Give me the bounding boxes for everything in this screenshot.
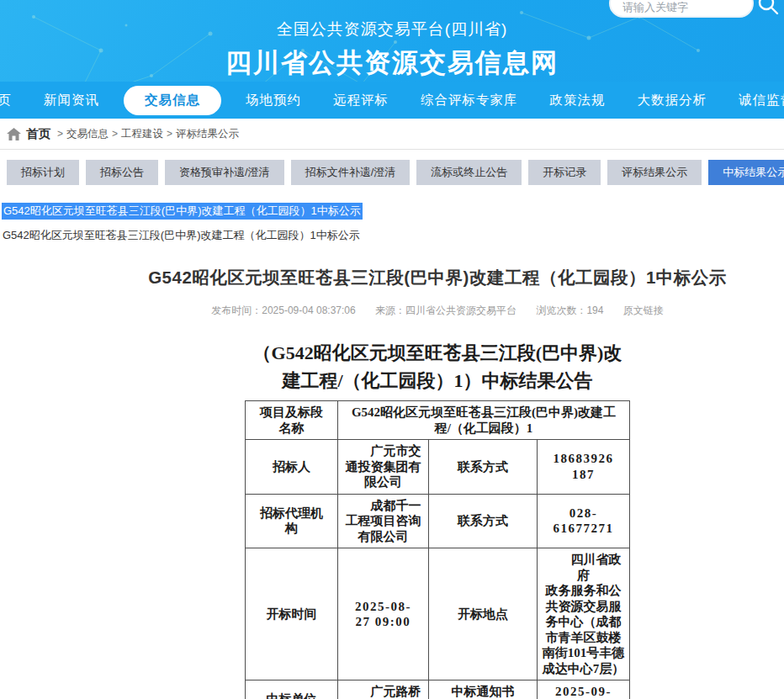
tab-failed-or-terminated[interactable]: 流标或终止公告 [416, 160, 522, 185]
nav-item-big-data[interactable]: 大数据分析 [638, 92, 707, 109]
tab-prequalification-addendum[interactable]: 资格预审补遗/澄清 [165, 160, 284, 185]
publish-time: 发布时间：2025-09-04 08:37:06 [211, 304, 355, 316]
site-title: 四川省公共资源交易信息网 [0, 45, 784, 81]
announcement-document: （G542昭化区元坝至旺苍县三江段(巴中界)改 建工程/（化工园段）1）中标结果… [0, 339, 784, 699]
table-row: 项目及标段 名称 G542昭化区元坝至旺苍县三江段(巴中界)改建工 程/（化工园… [245, 401, 629, 440]
platform-subtitle: 全国公共资源交易平台(四川省) [0, 19, 784, 40]
source: 来源：四川省公共资源交易平台 [375, 304, 516, 316]
cell-opening-place-label: 开标地点 [428, 548, 537, 680]
cell-project-name: G542昭化区元坝至旺苍县三江段(巴中界)改建工 程/（化工园段）1 [337, 401, 629, 440]
nav-item-home[interactable]: 首页 [0, 92, 12, 109]
original-link[interactable]: 原文链接 [623, 304, 664, 316]
tab-bid-opening-record[interactable]: 开标记录 [528, 160, 601, 185]
breadcrumb-engineering[interactable]: 工程建设 [121, 127, 163, 141]
search-input[interactable] [611, 0, 752, 16]
home-icon[interactable] [7, 128, 21, 140]
breadcrumb: 首页 > 交易信息 > 工程建设 > 评标结果公示 [0, 119, 784, 150]
cell-winner: 广元路桥 集团有限公司 [337, 680, 428, 699]
breadcrumb-separator: > [57, 128, 63, 140]
site-header: 全国公共资源交易平台(四川省) 四川省公共资源交易信息网 [0, 0, 784, 82]
cell-notice-date-label: 中标通知书 发出日期 [428, 680, 537, 699]
table-row: 开标时间 2025-08- 27 09:00 开标地点 四川省政府 政务服务和公… [245, 548, 629, 680]
nav-item-integrity[interactable]: 诚信监督 [739, 92, 784, 109]
cell-tenderee: 广元市交 通投资集团有 限公司 [337, 440, 428, 495]
tab-bid-plan[interactable]: 招标计划 [7, 160, 79, 185]
table-row: 招标代理机 构 成都千一 工程项目咨询 有限公司 联系方式 028- 61677… [245, 494, 629, 548]
cell-opening-place: 四川省政府 政务服务和公 共资源交易服 务中心（成都 市青羊区鼓楼 南街101号… [537, 548, 629, 680]
nav-item-policies[interactable]: 政策法规 [550, 92, 606, 109]
cell-opening-time: 2025-08- 27 09:00 [337, 548, 428, 680]
cell-opening-time-label: 开标时间 [245, 548, 337, 680]
nav-item-news[interactable]: 新闻资讯 [44, 92, 99, 109]
category-tabs: 招标计划 招标公告 资格预审补遗/澄清 招标文件补遗/澄清 流标或终止公告 开标… [0, 150, 784, 185]
nav-item-expert-pool[interactable]: 综合评标专家库 [421, 92, 518, 109]
breadcrumb-eval-results[interactable]: 评标结果公示 [176, 127, 239, 141]
table-row: 中标单位 广元路桥 集团有限公司 中标通知书 发出日期 2025-09- 10 [245, 680, 629, 699]
tab-bid-announcement[interactable]: 招标公告 [86, 160, 158, 185]
result-links: G542昭化区元坝至旺苍县三江段(巴中界)改建工程（化工园段）1中标公示 G54… [0, 185, 784, 243]
cell-contact-label: 联系方式 [428, 440, 537, 495]
view-count: 浏览次数：194 [536, 304, 603, 316]
bid-result-table: 项目及标段 名称 G542昭化区元坝至旺苍县三江段(巴中界)改建工 程/（化工园… [245, 400, 630, 699]
cell-agency-label: 招标代理机 构 [245, 494, 337, 548]
article-meta: 发布时间：2025-09-04 08:37:06 来源：四川省公共资源交易平台 … [0, 304, 784, 318]
cell-tenderee-phone: 18683926 187 [537, 440, 629, 495]
breadcrumb-separator: > [167, 128, 172, 140]
cell-tenderee-label: 招标人 [245, 440, 337, 495]
tab-award-results[interactable]: 中标结果公示 [708, 160, 784, 185]
result-link[interactable]: G542昭化区元坝至旺苍县三江段(巴中界)改建工程（化工园段）1中标公示 [2, 228, 784, 243]
nav-item-venue-booking[interactable]: 场地预约 [246, 92, 301, 109]
result-link-selected[interactable]: G542昭化区元坝至旺苍县三江段(巴中界)改建工程（化工园段）1中标公示 [2, 203, 363, 220]
cell-winner-label: 中标单位 [245, 680, 337, 699]
table-row: 招标人 广元市交 通投资集团有 限公司 联系方式 18683926 187 [245, 440, 629, 495]
tab-bid-doc-addendum[interactable]: 招标文件补遗/澄清 [291, 160, 411, 185]
cell-contact-label: 联系方式 [428, 494, 537, 548]
tab-evaluation-results[interactable]: 评标结果公示 [607, 160, 702, 185]
cell-agency-phone: 028- 61677271 [537, 494, 629, 548]
main-nav: 首页 新闻资讯 交易信息 场地预约 远程评标 综合评标专家库 政策法规 大数据分… [0, 82, 784, 119]
breadcrumb-separator: > [112, 128, 118, 140]
cell-notice-date: 2025-09- 10 [537, 680, 629, 699]
article: G542昭化区元坝至旺苍县三江段(巴中界)改建工程（化工园段）1中标公示 发布时… [0, 266, 784, 699]
nav-item-trade-info[interactable]: 交易信息 [124, 86, 221, 115]
document-title: （G542昭化区元坝至旺苍县三江段(巴中界)改 建工程/（化工园段）1）中标结果… [240, 339, 635, 395]
nav-item-remote-evaluation[interactable]: 远程评标 [333, 92, 389, 109]
cell-agency: 成都千一 工程项目咨询 有限公司 [337, 494, 428, 548]
search-icon[interactable] [755, 0, 781, 17]
breadcrumb-home[interactable]: 首页 [26, 126, 50, 142]
page-title: G542昭化区元坝至旺苍县三江段(巴中界)改建工程（化工园段）1中标公示 [0, 266, 784, 289]
breadcrumb-trade-info[interactable]: 交易信息 [66, 127, 109, 141]
cell-project-label: 项目及标段 名称 [245, 401, 337, 440]
search-box[interactable] [609, 0, 754, 18]
